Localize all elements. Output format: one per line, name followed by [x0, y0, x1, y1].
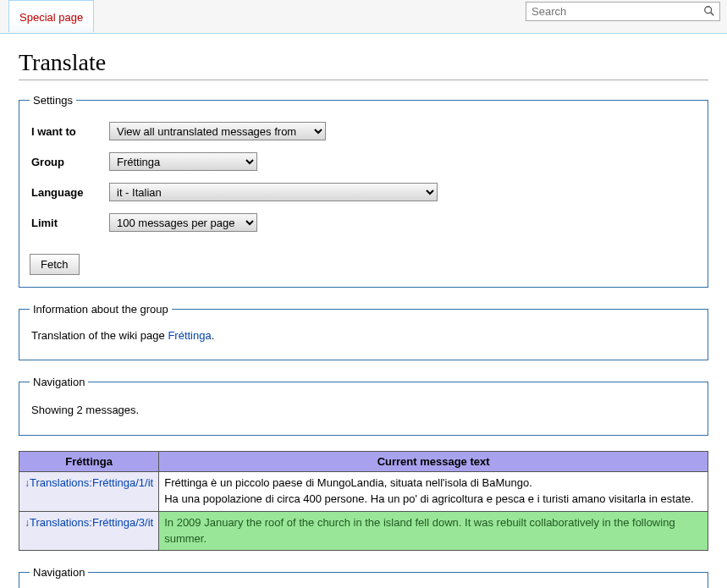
- top-bar: Special page: [0, 0, 727, 34]
- content-area: Translate Settings I want to View all un…: [0, 34, 727, 588]
- select-iwant[interactable]: View all untranslated messages from: [109, 122, 326, 140]
- message-link[interactable]: Translations:Fréttinga/1/it: [30, 476, 153, 489]
- table-row: ↓Translations:Fréttinga/1/itFréttinga è …: [19, 472, 708, 512]
- settings-legend: Settings: [30, 94, 76, 107]
- message-link-cell: ↓Translations:Fréttinga/1/it: [19, 472, 159, 512]
- navigation-legend: Navigation: [30, 566, 88, 579]
- message-link-cell: ↓Translations:Fréttinga/3/it: [19, 511, 159, 551]
- groupinfo-fieldset: Information about the group Translation …: [19, 303, 708, 360]
- fetch-button[interactable]: Fetch: [30, 254, 80, 275]
- table-row: ↓Translations:Fréttinga/3/itIn 2009 Janu…: [19, 511, 708, 551]
- label-group: Group: [31, 147, 107, 176]
- navigation-bottom-fieldset: Navigation Showing 2 messages.: [19, 566, 708, 588]
- label-limit: Limit: [31, 208, 107, 237]
- message-text-cell: In 2009 January the roof of the church i…: [159, 511, 708, 551]
- table-header-message: Current message text: [159, 452, 708, 472]
- message-text-cell: Fréttinga è un piccolo paese di MungoLan…: [159, 472, 708, 512]
- page-title: Translate: [19, 49, 708, 80]
- navigation-text: Showing 2 messages.: [30, 397, 697, 424]
- settings-fieldset: Settings I want to View all untranslated…: [19, 94, 708, 288]
- select-language[interactable]: it - Italian: [109, 183, 438, 201]
- search-box: [526, 2, 720, 21]
- messages-table: Fréttinga Current message text ↓Translat…: [19, 451, 708, 551]
- select-limit[interactable]: 100 messages per page: [109, 213, 257, 232]
- navigation-legend: Navigation: [30, 376, 88, 388]
- table-header-group: Fréttinga: [19, 452, 159, 472]
- message-link[interactable]: Translations:Fréttinga/3/it: [30, 516, 153, 529]
- groupinfo-text: Translation of the wiki page Fréttinga.: [30, 324, 697, 348]
- tab-label: Special page: [19, 11, 83, 24]
- groupinfo-link[interactable]: Fréttinga: [168, 329, 211, 342]
- groupinfo-legend: Information about the group: [30, 303, 172, 316]
- navigation-top-fieldset: Navigation Showing 2 messages.: [19, 376, 708, 437]
- label-iwant: I want to: [31, 117, 107, 146]
- search-input[interactable]: [526, 2, 720, 21]
- label-language: Language: [31, 178, 107, 206]
- tab-special-page[interactable]: Special page: [8, 0, 94, 32]
- select-group[interactable]: Fréttinga: [109, 152, 257, 171]
